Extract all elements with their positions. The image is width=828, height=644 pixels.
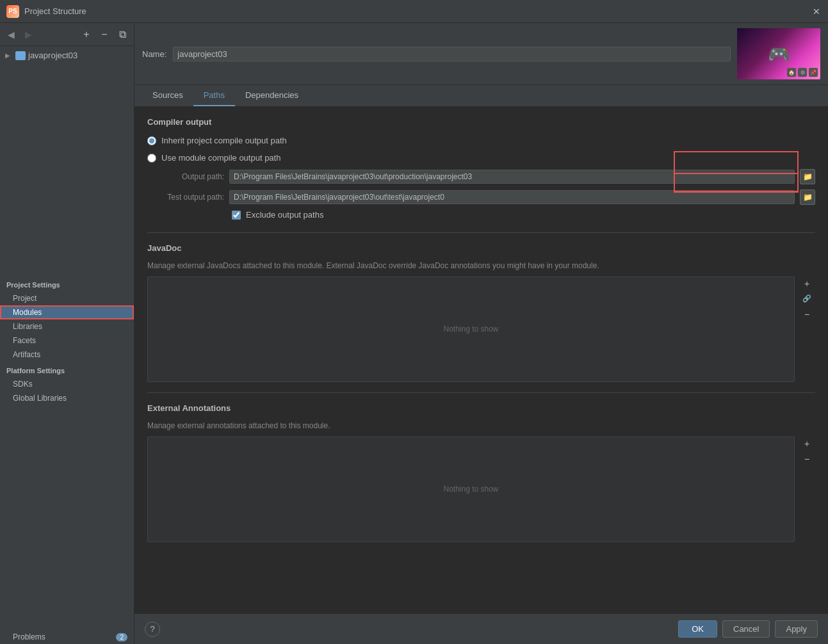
external-annotations-title: External Annotations xyxy=(147,403,815,413)
output-path-row: Output path: 📁 xyxy=(147,169,815,184)
javadoc-description: Manage external JavaDocs attached to thi… xyxy=(147,261,815,271)
main-layout: ◀ ▶ + − ⧉ ▶ javaproject03 Project Settin… xyxy=(0,23,828,644)
problems-badge: 2 xyxy=(116,633,127,641)
javadoc-list-area: Nothing to show xyxy=(147,277,795,382)
sidebar-item-artifacts[interactable]: Artifacts xyxy=(0,348,134,362)
header-image: 🎮 🏠 ⚙ 📌 xyxy=(737,28,820,79)
use-module-radio-label: Use module compile output path xyxy=(161,153,280,163)
app-icon: PS xyxy=(6,5,19,18)
platform-settings-section: Platform Settings SDKs Global Libraries xyxy=(0,362,134,405)
tab-paths[interactable]: Paths xyxy=(193,85,235,106)
name-label: Name: xyxy=(142,49,166,59)
external-annotations-empty-text: Nothing to show xyxy=(443,485,498,494)
javadoc-remove-button[interactable]: − xyxy=(800,307,814,321)
problems-label: Problems xyxy=(13,632,45,641)
javadoc-add-button[interactable]: + xyxy=(800,277,814,291)
left-panel: ◀ ▶ + − ⧉ ▶ javaproject03 Project Settin… xyxy=(0,23,134,644)
sidebar-item-problems[interactable]: Problems 2 xyxy=(0,630,134,644)
inherit-radio[interactable] xyxy=(147,136,156,145)
help-button[interactable]: ? xyxy=(145,622,160,637)
folder-icon xyxy=(15,51,26,60)
sidebar-item-libraries[interactable]: Libraries xyxy=(0,319,134,334)
javadoc-specify-url-button[interactable]: 🔗 xyxy=(800,292,814,306)
exclude-checkbox-row: Exclude output paths xyxy=(232,210,815,220)
right-panel: Name: 🎮 🏠 ⚙ 📌 Sources Paths Dependencies xyxy=(134,23,828,644)
output-path-label: Output path: xyxy=(147,172,224,181)
test-output-path-row: Test output path: 📁 xyxy=(147,189,815,205)
sidebar-item-global-libraries[interactable]: Global Libraries xyxy=(0,391,134,405)
name-bar: Name: 🎮 🏠 ⚙ 📌 xyxy=(134,23,828,85)
external-annotations-description: Manage external annotations attached to … xyxy=(147,421,815,431)
tab-sources[interactable]: Sources xyxy=(142,85,193,106)
sidebar-item-sdks[interactable]: SDKs xyxy=(0,377,134,391)
test-output-path-wrapper xyxy=(229,190,795,204)
compiler-output-section: Compiler output Inherit project compile … xyxy=(147,117,815,220)
exclude-checkbox[interactable] xyxy=(232,211,241,220)
sidebar-item-facets[interactable]: Facets xyxy=(0,334,134,348)
apply-button[interactable]: Apply xyxy=(775,620,818,638)
title-bar: PS Project Structure ✕ xyxy=(0,0,828,23)
javadoc-title: JavaDoc xyxy=(147,243,815,253)
use-module-radio[interactable] xyxy=(147,154,156,163)
toolbar: ◀ ▶ + − ⧉ xyxy=(0,23,134,46)
dialog-buttons: OK Cancel Apply xyxy=(678,620,818,638)
inherit-radio-label: Inherit project compile output path xyxy=(161,136,287,145)
tab-dependencies[interactable]: Dependencies xyxy=(235,85,309,106)
javadoc-list-wrapper: Nothing to show + 🔗 − xyxy=(147,277,795,382)
separator-2 xyxy=(147,392,815,393)
output-path-browse-button[interactable]: 📁 xyxy=(800,169,815,184)
remove-button[interactable]: − xyxy=(98,28,111,41)
ok-button[interactable]: OK xyxy=(678,620,717,638)
javadoc-toolbar: + 🔗 − xyxy=(800,277,814,321)
name-input[interactable] xyxy=(173,47,731,61)
copy-button[interactable]: ⧉ xyxy=(116,28,129,41)
project-settings-heading: Project Settings xyxy=(0,276,134,291)
tree-area: ▶ javaproject03 xyxy=(0,46,134,276)
tree-item-javaproject03[interactable]: ▶ javaproject03 xyxy=(0,49,134,62)
test-output-path-label: Test output path: xyxy=(147,193,224,202)
project-settings-section: Project Settings Project Modules Librari… xyxy=(0,276,134,362)
external-annotations-add-button[interactable]: + xyxy=(800,437,814,451)
test-output-path-browse-button[interactable]: 📁 xyxy=(800,189,815,205)
sidebar-item-project[interactable]: Project xyxy=(0,291,134,305)
output-path-wrapper xyxy=(229,170,795,184)
title-bar-title: Project Structure xyxy=(24,6,811,16)
external-annotations-list-wrapper: Nothing to show + − xyxy=(147,437,795,542)
tree-item-label: javaproject03 xyxy=(28,51,77,60)
javadoc-section: JavaDoc Manage external JavaDocs attache… xyxy=(147,243,815,382)
inherit-radio-row: Inherit project compile output path xyxy=(147,134,815,147)
title-bar-controls: ✕ xyxy=(811,6,822,17)
close-icon[interactable]: ✕ xyxy=(811,6,822,17)
tree-arrow-icon: ▶ xyxy=(5,52,13,59)
bottom-bar: ? OK Cancel Apply xyxy=(134,613,828,644)
external-annotations-remove-button[interactable]: − xyxy=(800,452,814,466)
cancel-button[interactable]: Cancel xyxy=(722,620,770,638)
test-output-path-input[interactable] xyxy=(229,190,795,204)
back-arrow[interactable]: ◀ xyxy=(5,28,17,41)
use-module-radio-row: Use module compile output path xyxy=(147,152,815,164)
compiler-output-title: Compiler output xyxy=(147,117,815,127)
platform-settings-heading: Platform Settings xyxy=(0,362,134,377)
external-annotations-toolbar: + − xyxy=(800,437,814,466)
javadoc-empty-text: Nothing to show xyxy=(443,325,498,334)
forward-arrow[interactable]: ▶ xyxy=(22,28,35,41)
separator-1 xyxy=(147,232,815,233)
content-area: Compiler output Inherit project compile … xyxy=(134,107,828,613)
sidebar-item-modules[interactable]: Modules xyxy=(0,305,134,319)
exclude-checkbox-label: Exclude output paths xyxy=(246,210,323,220)
external-annotations-list-area: Nothing to show xyxy=(147,437,795,542)
external-annotations-section: External Annotations Manage external ann… xyxy=(147,403,815,542)
add-button[interactable]: + xyxy=(80,28,93,41)
tabs-bar: Sources Paths Dependencies xyxy=(134,85,828,107)
output-path-input[interactable] xyxy=(229,170,795,184)
